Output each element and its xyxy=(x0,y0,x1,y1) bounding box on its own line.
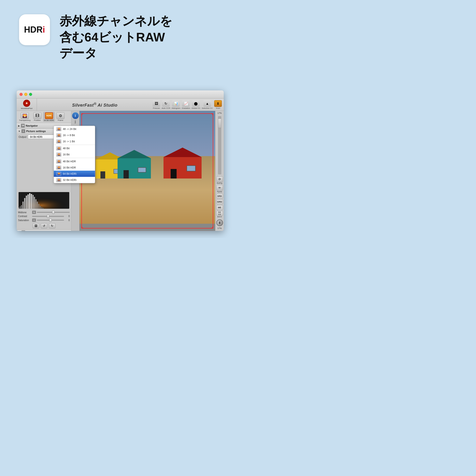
minimize-button[interactable] xyxy=(24,93,27,96)
scroll-track[interactable] xyxy=(218,116,221,174)
dial-tool[interactable] xyxy=(216,220,223,226)
corner-br xyxy=(211,226,213,228)
dropdown-icon-16hdr: 🌄 xyxy=(56,165,61,170)
source-selector: 🌄 Transparency 🎞 Positive HDRi 64 Bit HD… xyxy=(17,111,71,123)
transparency-label: Transparency xyxy=(19,119,31,121)
contrast-thumb xyxy=(47,215,49,218)
pipette-label: Pipette xyxy=(217,191,222,193)
dropdown-item-16[interactable]: 🌄 16 Bit xyxy=(54,151,71,157)
dropdown-item-48hdr[interactable]: 🌄 48 Bit HDR xyxy=(54,158,71,165)
svg-rect-4 xyxy=(21,205,22,209)
transparency-icon: 🌄 xyxy=(21,112,29,119)
aa-button[interactable]: AACO xyxy=(216,211,223,216)
contrast-slider[interactable] xyxy=(32,216,64,217)
dropdown-icon-48-24: 🌄 xyxy=(56,127,61,131)
auto-ccr-button[interactable]: ↻ Auto CCR xyxy=(162,100,170,109)
info-label: Info xyxy=(74,120,76,123)
source-frame[interactable]: ⚙ Frame xyxy=(55,112,66,122)
svg-rect-11 xyxy=(33,195,34,209)
dropdown-item-16-1[interactable]: 🌄 16 -> 1 Bit xyxy=(54,138,71,144)
contrast-label: Contrast xyxy=(18,215,31,218)
preview-area[interactable] xyxy=(80,111,215,231)
histogram-canvas xyxy=(18,192,69,209)
action-btn-1[interactable]: 🖼 xyxy=(33,223,39,228)
selective-cc-button[interactable]: ▲ Selective CC xyxy=(202,100,213,109)
midtone-row: Midtone N xyxy=(17,210,71,214)
midtone-badge: N xyxy=(32,211,36,214)
zoom-button[interactable] xyxy=(29,93,32,96)
workflow-icon: ✦ xyxy=(23,100,30,107)
histogram-area xyxy=(17,191,71,210)
selective-cc-icon: ▲ xyxy=(204,100,211,107)
dropdown-label-48-24: 48 -> 24 Bit xyxy=(63,128,71,130)
histogram-button[interactable]: 📊 Histogram xyxy=(171,100,180,109)
saturation-value: 0 xyxy=(65,219,70,221)
dropdown-item-64hdri[interactable]: 🌄 64 Bit HDRi xyxy=(54,171,71,177)
saturation-slider[interactable] xyxy=(37,220,64,221)
rot-flip-tool[interactable]: ⟳ Rot/Flip xyxy=(216,176,223,184)
global-cc-button[interactable]: ⬤ Global CC xyxy=(192,100,200,109)
svg-rect-3 xyxy=(20,206,20,209)
source-positive[interactable]: 🎞 Positive xyxy=(32,112,42,122)
svg-rect-13 xyxy=(35,199,36,209)
dropdown-item-16-8[interactable]: 🌄 16 -> 8 Bit xyxy=(54,132,71,138)
navigator-toggle: ▶ xyxy=(18,124,20,127)
pipette-tool[interactable]: ✏ Pipette xyxy=(216,185,223,193)
scanner-icon: 🖨 xyxy=(21,230,25,231)
source-64bit-hdri[interactable]: HDRi 64 Bit HDRi xyxy=(43,112,55,122)
dropdown-icon-16: 🌄 xyxy=(56,152,61,157)
prescan-label: Prescan xyxy=(153,107,160,109)
workflow-pilot[interactable]: ✦ WorkflowPilot xyxy=(17,99,37,111)
aaco-label: AACO xyxy=(217,216,222,218)
output-label: Output xyxy=(18,136,26,138)
svg-rect-15 xyxy=(38,204,39,209)
dropdown-item-48[interactable]: 🌄 48 Bit xyxy=(54,145,71,151)
dropdown-icon-64hdri: 🌄 xyxy=(56,171,61,176)
dropdown-separator-2 xyxy=(54,158,71,158)
close-button[interactable] xyxy=(19,93,23,96)
rot-flip-icon: ⟳ xyxy=(216,176,223,182)
svg-rect-8 xyxy=(28,194,29,209)
midtone-label: Midtone xyxy=(18,211,31,214)
app-icon-text: HDRi xyxy=(24,25,45,34)
dropdown-label-16-1: 16 -> 1 Bit xyxy=(63,140,71,143)
dropdown-label-16: 16 Bit xyxy=(63,153,69,156)
selective-cc-label: Selective CC xyxy=(202,107,213,109)
isrd-button[interactable]: iSRD xyxy=(216,200,223,204)
me-button[interactable]: ME xyxy=(216,205,223,210)
scanner-status-header[interactable]: ▼ 🖨 Scanner status ⊞ xyxy=(17,230,71,231)
action-buttons: 🖼 ↺ ↻ xyxy=(17,222,71,229)
dropdown-item-16hdr[interactable]: 🌄 16 Bit HDR xyxy=(54,165,71,171)
dropdown-item-32hdri[interactable]: 🌄 32 Bit HDRi xyxy=(54,177,71,183)
picture-settings-section: ▼ ≡ Picture settings Output 64 Bit HDRi … xyxy=(17,129,71,230)
hdr-label: 64 Bit HDRi xyxy=(44,119,54,121)
dropdown-icon-48: 🌄 xyxy=(56,146,61,151)
contrast-row: Contrast 0 xyxy=(17,214,71,218)
midtone-slider[interactable] xyxy=(37,212,70,213)
svg-rect-14 xyxy=(37,202,38,209)
dropdown-item-48-24[interactable]: 🌄 48 -> 24 Bit xyxy=(54,126,71,132)
source-transparency[interactable]: 🌄 Transparency xyxy=(18,112,32,122)
dropdown-icon-16-8: 🌄 xyxy=(56,133,61,137)
action-btn-2[interactable]: ↺ xyxy=(41,223,47,228)
scan-label: Scan xyxy=(216,107,220,109)
gradation-label: Gradation xyxy=(182,107,190,109)
gradation-button[interactable]: 📈 Gradation xyxy=(182,100,190,109)
svg-rect-12 xyxy=(34,197,35,209)
dropdown-label-16hdr: 16 Bit HDR xyxy=(63,166,71,169)
histogram-label: Histogram xyxy=(171,107,180,109)
info-button[interactable]: i xyxy=(72,112,79,119)
dropdown-label-16-8: 16 -> 8 Bit xyxy=(63,134,71,136)
scene xyxy=(80,111,215,224)
action-btn-3[interactable]: ↻ xyxy=(49,223,55,228)
dropdown-separator-1 xyxy=(54,145,71,145)
prescan-button[interactable]: 🖼 Prescan xyxy=(153,100,160,109)
headline: 赤外線チャンネルを 含む64ビットRAW データ xyxy=(60,13,172,61)
scan-button[interactable]: ⬇ Scan xyxy=(214,100,222,109)
svg-rect-18 xyxy=(43,208,44,209)
srd-button[interactable]: SRD xyxy=(216,194,223,199)
corner-bl xyxy=(82,226,84,228)
svg-rect-10 xyxy=(31,194,32,209)
dropdown-label-32hdri: 32 Bit HDRi xyxy=(63,178,71,181)
app-title: SilverFast® Ai Studio xyxy=(37,102,153,108)
